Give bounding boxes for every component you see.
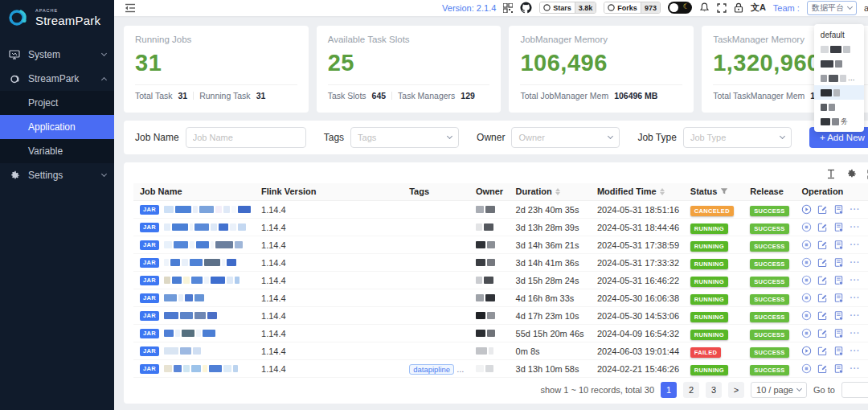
stat-footer-value: 129 [461,91,475,100]
edit-job-icon[interactable] [817,328,828,338]
stats-row: Running Jobs31Total Task31Running Task31… [124,26,868,113]
cancel-job-icon[interactable] [801,222,812,232]
edit-job-icon[interactable] [817,310,828,321]
column-header-status[interactable]: Status [684,183,743,201]
column-header-duration[interactable]: Duration [510,183,591,201]
job-detail-icon[interactable] [833,346,844,356]
team-option-redacted-4[interactable] [814,85,864,100]
menu-fold-icon[interactable] [125,3,136,13]
job-name-input[interactable] [186,127,306,148]
job-detail-icon[interactable] [833,328,844,338]
cell-status: RUNNING [684,360,743,378]
team-select[interactable]: 数据平台 [807,1,857,15]
more-actions-icon[interactable]: ··· [850,205,860,214]
sidebar-item-settings[interactable]: Settings [0,163,114,187]
edit-job-icon[interactable] [817,293,828,303]
cell-release: SUCCESS [743,272,795,289]
page-button-1[interactable]: 1 [661,382,677,398]
version-link[interactable]: Version: 2.1.4 [442,3,496,13]
column-height-icon[interactable] [826,169,836,179]
tags-select[interactable]: Tags [350,127,459,148]
team-option-redacted-3[interactable]: … [814,71,864,85]
job-detail-icon[interactable] [833,275,844,285]
edit-job-icon[interactable] [817,275,828,285]
more-actions-icon[interactable]: ··· [850,364,860,373]
edit-job-icon[interactable] [817,240,828,250]
cell-release: SUCCESS [743,289,795,307]
more-actions-icon[interactable]: ··· [850,329,860,338]
cell-operation: ··· [795,272,868,289]
sidebar-item-label: Settings [28,170,102,181]
edit-job-icon[interactable] [817,346,828,356]
edit-job-icon[interactable] [817,363,828,374]
job-detail-icon[interactable] [833,257,844,268]
job-detail-icon[interactable] [833,204,844,215]
team-option-redacted-6[interactable]: 务 [814,114,864,129]
team-option-redacted-1[interactable] [814,42,864,56]
github-forks-badge[interactable]: Forks 973 [604,2,661,14]
job-detail-icon[interactable] [833,293,844,303]
streampark-logo[interactable]: APACHE StreamPark [0,0,114,36]
job-detail-icon[interactable] [833,240,844,250]
notifications-bell-icon[interactable] [699,2,710,13]
goto-page-input[interactable] [841,382,868,398]
fullscreen-icon[interactable] [717,3,727,13]
sidebar-item-system[interactable]: System [0,43,114,67]
sidebar-item-project[interactable]: Project [0,91,114,115]
cancel-job-icon[interactable] [801,275,812,285]
column-header-modified-time[interactable]: Modified Time [591,183,684,201]
more-actions-icon[interactable]: ··· [850,311,860,320]
cancel-job-icon[interactable] [801,293,812,303]
team-option-redacted-2[interactable] [814,56,864,71]
team-option-redacted-5[interactable] [814,100,864,114]
next-page-button[interactable]: > [728,382,744,398]
team-option-default[interactable]: default [814,27,864,42]
cancel-job-icon[interactable] [801,240,812,250]
table-settings-gear-icon[interactable] [846,169,857,179]
cancel-job-icon[interactable] [801,328,812,338]
tag-chip[interactable]: datapipline [409,364,454,375]
more-actions-icon[interactable]: ··· [850,240,860,249]
cell-flink-version: 1.14.4 [255,289,403,307]
job-name-input-field[interactable] [193,133,299,142]
sort-icon[interactable] [555,188,560,195]
github-stars-badge[interactable]: Stars 3.8k [539,2,596,14]
page-size-select[interactable]: 10 / page [751,382,807,398]
job-detail-icon[interactable] [833,363,844,374]
cancel-job-icon[interactable] [801,310,812,321]
start-job-icon[interactable] [801,204,812,215]
sidebar-item-variable[interactable]: Variable [0,139,114,163]
jar-badge: JAR [140,364,159,374]
more-actions-icon[interactable]: ··· [850,258,860,267]
job-type-select-placeholder: Job Type [690,133,726,142]
cell-job-name: JAR [133,272,255,289]
sidebar-item-streampark[interactable]: StreamPark [0,67,114,91]
edit-job-icon[interactable] [817,257,828,268]
translate-icon[interactable]: 文A [751,2,766,14]
sidebar-item-application[interactable]: Application [0,115,114,139]
page-button-2[interactable]: 2 [683,382,699,398]
column-header-owner: Owner [469,183,510,201]
more-actions-icon[interactable]: ··· [850,293,860,302]
start-job-icon[interactable] [801,346,812,356]
owner-select[interactable]: Owner [511,127,620,148]
edit-job-icon[interactable] [817,204,828,215]
column-label: Modified Time [597,187,657,196]
job-detail-icon[interactable] [833,310,844,321]
page-button-3[interactable]: 3 [706,382,722,398]
more-actions-icon[interactable]: ··· [850,223,860,232]
cancel-job-icon[interactable] [801,257,812,268]
dark-mode-toggle[interactable]: ☾ [668,2,692,14]
stat-card-value: 25 [328,50,490,76]
job-type-select[interactable]: Job Type [683,127,792,148]
job-detail-icon[interactable] [833,222,844,232]
edit-job-icon[interactable] [817,222,828,232]
github-icon[interactable] [520,2,532,14]
lock-icon[interactable] [734,2,743,13]
filter-funnel-icon[interactable] [720,187,728,195]
sort-icon[interactable] [660,188,665,195]
more-actions-icon[interactable]: ··· [850,346,860,355]
qrcode-icon[interactable] [503,3,513,13]
more-actions-icon[interactable]: ··· [850,276,860,285]
cancel-job-icon[interactable] [801,363,812,374]
